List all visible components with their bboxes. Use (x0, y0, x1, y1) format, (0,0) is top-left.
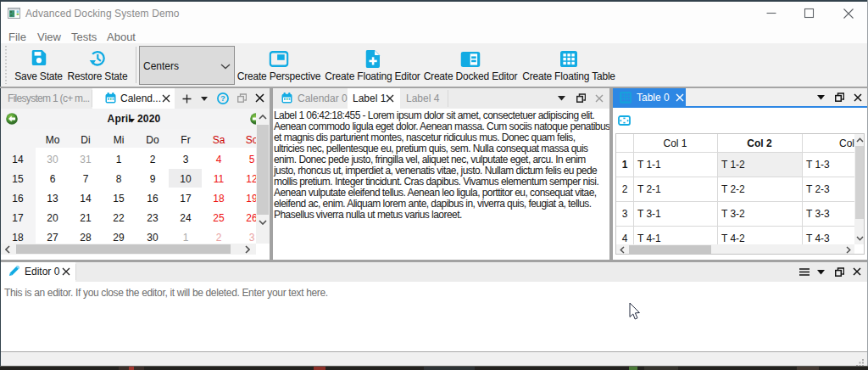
svg-text:?: ? (220, 93, 225, 103)
